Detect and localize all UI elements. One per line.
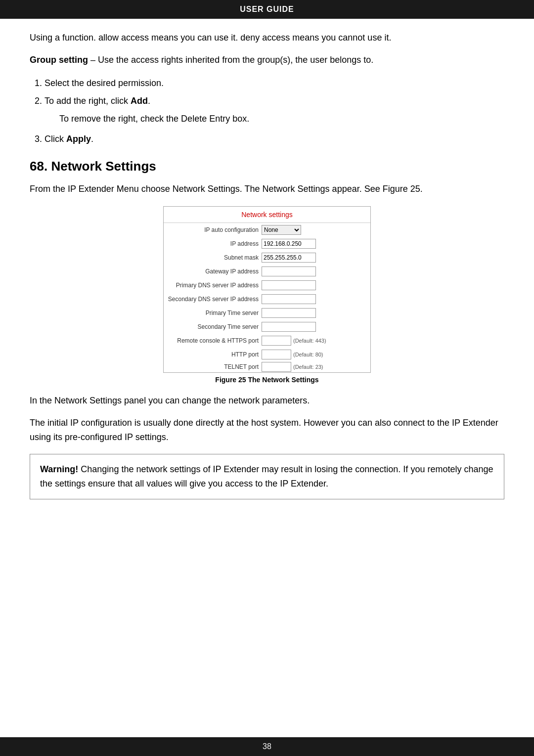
input-https-port[interactable] xyxy=(262,336,291,346)
default-telnet-port: (Default: 23) xyxy=(293,364,323,370)
step-4-sub: To remove the right, check the Delete En… xyxy=(59,111,504,127)
step-3: Select the desired permission. xyxy=(44,75,504,91)
label-ip-address: IP address xyxy=(168,240,262,247)
panel-row-secondary-dns: Secondary DNS server IP address xyxy=(164,292,370,306)
figure-caption: Figure 25 The Network Settings xyxy=(215,376,318,384)
input-telnet-port[interactable] xyxy=(262,362,291,372)
input-gateway[interactable] xyxy=(262,267,316,276)
input-primary-dns[interactable] xyxy=(262,280,316,290)
step-4-text: To add the right, click xyxy=(44,96,131,106)
select-ip-auto[interactable]: None DHCP BOOTP xyxy=(262,225,301,235)
section-intro: From the IP Extender Menu choose Network… xyxy=(30,182,504,196)
panel-row-primary-dns: Primary DNS server IP address xyxy=(164,278,370,292)
panel-title: Network settings xyxy=(164,207,370,223)
panel-row-ip-address: IP address xyxy=(164,237,370,251)
panel-row-subnet-mask: Subnet mask xyxy=(164,251,370,265)
section-heading: 68. Network Settings xyxy=(30,159,504,174)
input-secondary-dns[interactable] xyxy=(262,294,316,304)
page-number: 38 xyxy=(263,742,271,751)
warning-text: Changing the network settings of IP Exte… xyxy=(40,464,493,489)
panel-row-gateway: Gateway IP address xyxy=(164,265,370,278)
group-setting-term: Group setting xyxy=(30,55,88,65)
main-content: Using a function. allow access means you… xyxy=(0,19,534,737)
default-http-port: (Default: 80) xyxy=(293,352,323,357)
label-ip-auto: IP auto configuration xyxy=(168,226,262,233)
step-4-bold: Add xyxy=(131,96,148,106)
warning-box: Warning! Changing the network settings o… xyxy=(30,454,504,499)
warning-bold: Warning! xyxy=(40,464,78,474)
top-bar-label: USER GUIDE xyxy=(240,5,294,13)
group-setting-dash: – xyxy=(88,55,98,65)
default-https-port: (Default: 443) xyxy=(293,338,326,344)
panel-row-telnet-port: TELNET port (Default: 23) xyxy=(164,361,370,372)
step-5-bold: Apply xyxy=(66,134,91,144)
input-ip-address[interactable] xyxy=(262,239,316,249)
panel-row-secondary-time: Secondary Time server xyxy=(164,320,370,334)
label-secondary-time: Secondary Time server xyxy=(168,323,262,330)
after-figure-2: The initial IP configuration is usually … xyxy=(30,416,504,445)
step-5-text: Click xyxy=(44,134,66,144)
panel-row-primary-time: Primary Time server xyxy=(164,306,370,320)
label-https-port: Remote console & HTTPS port xyxy=(168,337,262,344)
label-primary-dns: Primary DNS server IP address xyxy=(168,282,262,289)
panel-container: Network settings IP auto configuration N… xyxy=(30,206,504,384)
group-setting-paragraph: Group setting – Use the access rights in… xyxy=(30,53,504,67)
step-4-period: . xyxy=(148,96,150,106)
top-bar: USER GUIDE xyxy=(0,0,534,19)
panel-row-ip-auto: IP auto configuration None DHCP BOOTP xyxy=(164,223,370,237)
label-gateway: Gateway IP address xyxy=(168,268,262,275)
label-primary-time: Primary Time server xyxy=(168,310,262,316)
input-secondary-time[interactable] xyxy=(262,322,316,332)
group-setting-text: Use the access rights inherited from the… xyxy=(98,55,373,65)
step-4: To add the right, click Add. To remove t… xyxy=(44,93,504,127)
panel-row-https-port: Remote console & HTTPS port (Default: 44… xyxy=(164,334,370,348)
step-3-text: Select the desired permission. xyxy=(44,78,164,88)
section-number: 68. xyxy=(30,159,47,174)
section-title: Network Settings xyxy=(51,159,156,174)
panel-row-http-port: HTTP port (Default: 80) xyxy=(164,348,370,361)
label-http-port: HTTP port xyxy=(168,351,262,358)
after-figure-1: In the Network Settings panel you can ch… xyxy=(30,394,504,408)
label-telnet-port: TELNET port xyxy=(168,363,262,370)
steps-list: Select the desired permission. To add th… xyxy=(44,75,504,147)
network-settings-panel: Network settings IP auto configuration N… xyxy=(163,206,371,373)
label-secondary-dns: Secondary DNS server IP address xyxy=(168,296,262,303)
intro-paragraph1: Using a function. allow access means you… xyxy=(30,31,504,45)
input-http-port[interactable] xyxy=(262,350,291,359)
input-primary-time[interactable] xyxy=(262,308,316,318)
input-subnet-mask[interactable] xyxy=(262,253,316,263)
label-subnet-mask: Subnet mask xyxy=(168,254,262,261)
step-5-period: . xyxy=(91,134,93,144)
bottom-bar: 38 xyxy=(0,737,534,756)
step-5: Click Apply. xyxy=(44,131,504,147)
